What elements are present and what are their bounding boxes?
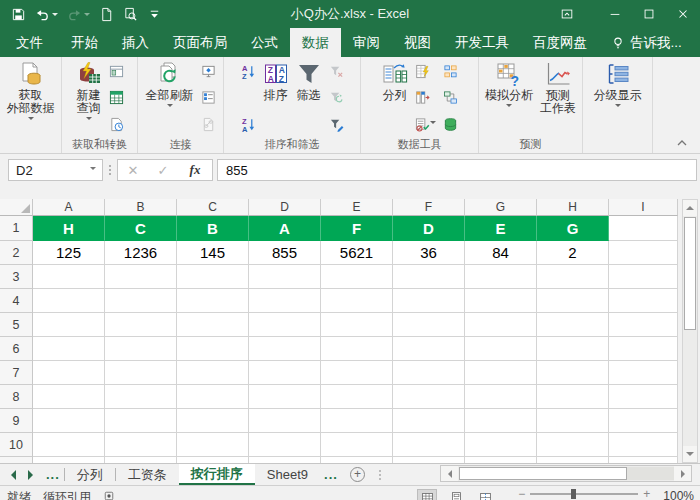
cell-C6[interactable] [177, 337, 249, 361]
cell-C2[interactable]: 145 [177, 241, 249, 265]
properties-button[interactable] [199, 89, 218, 107]
print-preview-button[interactable] [120, 4, 141, 24]
cell-C1[interactable]: B [177, 216, 249, 241]
sheet-tab-Sheet9[interactable]: Sheet9 [255, 464, 320, 485]
cell-H7[interactable] [537, 361, 609, 385]
row-header-9[interactable]: 9 [0, 409, 33, 433]
tab-插入[interactable]: 插入 [110, 28, 161, 57]
cell-B6[interactable] [105, 337, 177, 361]
cell-C9[interactable] [177, 409, 249, 433]
cell-C5[interactable] [177, 313, 249, 337]
cell-A8[interactable] [33, 385, 105, 409]
row-header-3[interactable]: 3 [0, 265, 33, 289]
cell-H4[interactable] [537, 289, 609, 313]
row-header-7[interactable]: 7 [0, 361, 33, 385]
tab-审阅[interactable]: 审阅 [341, 28, 392, 57]
vertical-scroll-track[interactable] [683, 331, 697, 446]
name-box[interactable]: D2 [8, 159, 103, 181]
cell-B10[interactable] [105, 433, 177, 457]
sheet-tab-按行排序[interactable]: 按行排序 [179, 464, 255, 485]
cell-D5[interactable] [249, 313, 321, 337]
cell-A4[interactable] [33, 289, 105, 313]
new-file-button[interactable] [96, 4, 117, 24]
cell-G8[interactable] [465, 385, 537, 409]
cell-B1[interactable]: C [105, 216, 177, 241]
column-header-H[interactable]: H [537, 199, 609, 216]
cell-C4[interactable] [177, 289, 249, 313]
cell-G7[interactable] [465, 361, 537, 385]
filter-button[interactable]: 筛选 [293, 60, 325, 137]
insert-function-button[interactable]: fx [178, 162, 212, 178]
cell-E6[interactable] [321, 337, 393, 361]
cell-D9[interactable] [249, 409, 321, 433]
cell-G10[interactable] [465, 433, 537, 457]
reapply-filter-button[interactable] [327, 89, 346, 107]
cell-F5[interactable] [393, 313, 465, 337]
status-circular-references[interactable]: 循环引用 [43, 489, 91, 500]
zoom-slider[interactable]: − + [518, 489, 650, 499]
cell-C7[interactable] [177, 361, 249, 385]
vertical-scrollbar[interactable] [682, 199, 698, 463]
cell-F7[interactable] [393, 361, 465, 385]
cell-F4[interactable] [393, 289, 465, 313]
sheet-overflow-left[interactable]: ... [42, 464, 64, 485]
column-header-F[interactable]: F [393, 199, 465, 216]
get-external-data-button[interactable]: 获取 外部数据 [4, 60, 58, 137]
select-all-corner[interactable] [0, 199, 33, 216]
minimize-button[interactable] [598, 0, 632, 28]
cell-G9[interactable] [465, 409, 537, 433]
customize-qat-button[interactable] [144, 4, 165, 24]
formula-bar-splitter[interactable] [105, 165, 115, 175]
scroll-up-arrow[interactable] [683, 200, 697, 216]
cell-D4[interactable] [249, 289, 321, 313]
cell-D10[interactable] [249, 433, 321, 457]
cell-H9[interactable] [537, 409, 609, 433]
normal-view-button[interactable] [417, 489, 437, 500]
sort-ascending-button[interactable]: AZ [239, 62, 258, 80]
show-queries-button[interactable] [107, 62, 126, 80]
maximize-button[interactable] [632, 0, 666, 28]
scroll-down-arrow[interactable] [683, 446, 697, 462]
cell-E3[interactable] [321, 265, 393, 289]
cell-B5[interactable] [105, 313, 177, 337]
cell-H8[interactable] [537, 385, 609, 409]
tab-告诉我[interactable]: 告诉我... [599, 28, 694, 57]
cell-B2[interactable]: 1236 [105, 241, 177, 265]
undo-button[interactable] [32, 4, 61, 24]
cell-E8[interactable] [321, 385, 393, 409]
cell-G1[interactable]: E [465, 216, 537, 241]
cell-I4[interactable] [609, 289, 678, 313]
column-header-D[interactable]: D [249, 199, 321, 216]
next-sheet-arrow[interactable] [28, 470, 38, 480]
cell-F1[interactable]: D [393, 216, 465, 241]
close-button[interactable] [666, 0, 700, 28]
page-layout-view-button[interactable] [446, 489, 466, 500]
tab-文件[interactable]: 文件 [0, 28, 59, 57]
tab-开始[interactable]: 开始 [59, 28, 110, 57]
prev-sheet-arrow[interactable] [6, 470, 16, 480]
cell-H1[interactable]: G [537, 216, 609, 241]
cell-H2[interactable]: 2 [537, 241, 609, 265]
scroll-left-arrow[interactable] [441, 466, 458, 481]
add-sheet-button[interactable]: + [350, 467, 365, 482]
flash-fill-button[interactable] [413, 62, 438, 80]
zoom-level[interactable]: 100% [663, 489, 694, 500]
zoom-in-icon[interactable]: + [643, 489, 650, 499]
row-header-8[interactable]: 8 [0, 385, 33, 409]
page-break-view-button[interactable] [475, 489, 495, 500]
cell-E1[interactable]: F [321, 216, 393, 241]
cell-C10[interactable] [177, 433, 249, 457]
cell-A6[interactable] [33, 337, 105, 361]
enter-button[interactable]: ✓ [148, 163, 178, 178]
sheet-tab-分列[interactable]: 分列 [65, 464, 115, 485]
column-header-E[interactable]: E [321, 199, 393, 216]
cell-A1[interactable]: H [33, 216, 105, 241]
cell-E4[interactable] [321, 289, 393, 313]
edit-links-button[interactable] [199, 115, 218, 133]
cell-A7[interactable] [33, 361, 105, 385]
cell-I9[interactable] [609, 409, 678, 433]
tab-百度网盘[interactable]: 百度网盘 [521, 28, 599, 57]
cell-G2[interactable]: 84 [465, 241, 537, 265]
tab-公式[interactable]: 公式 [239, 28, 290, 57]
cell-I10[interactable] [609, 433, 678, 457]
